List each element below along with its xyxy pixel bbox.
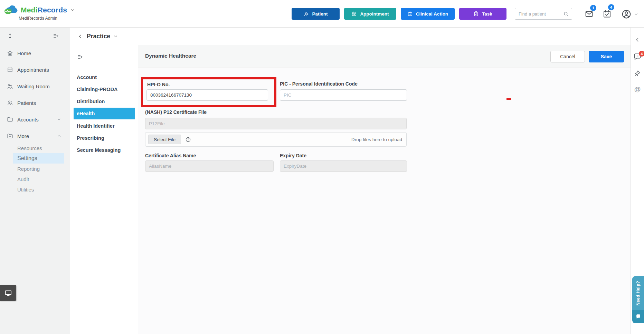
p12-label: (NASH) P12 Certificate File bbox=[145, 109, 207, 115]
alias-input bbox=[145, 160, 274, 172]
sidebar-item-utilities[interactable]: Utilities bbox=[17, 187, 66, 193]
content-header: Dynamic Healthcare Cancel Save bbox=[138, 45, 631, 68]
sidebar-item-accounts[interactable]: Accounts bbox=[7, 115, 66, 124]
info-icon[interactable] bbox=[185, 137, 191, 143]
need-help-label-section: Need Help? bbox=[632, 276, 644, 310]
annotation-red-dash bbox=[506, 98, 511, 100]
folder-plus-icon bbox=[7, 133, 13, 139]
chat-badge: 4 bbox=[639, 51, 644, 57]
pic-label: PIC - Personal Identification Code bbox=[280, 81, 358, 87]
sidebar-item-patients[interactable]: Patients bbox=[7, 98, 66, 107]
cancel-button[interactable]: Cancel bbox=[550, 51, 585, 62]
patients-icon bbox=[7, 100, 13, 106]
back-chevron-icon[interactable] bbox=[77, 33, 83, 39]
settings-nav-ehealth[interactable]: eHealth bbox=[74, 108, 135, 119]
expiry-input bbox=[280, 160, 407, 172]
app-window: MediRecords MediRecords Admin Patient Ap… bbox=[0, 0, 644, 334]
content-panel: Dynamic Healthcare Cancel Save HPI-O No.… bbox=[138, 45, 631, 334]
breadcrumb-chevron-down-icon[interactable] bbox=[113, 34, 118, 39]
mail-badge: 1 bbox=[590, 5, 596, 11]
resize-updown-icon[interactable] bbox=[7, 32, 13, 40]
settings-nav-claiming-proda[interactable]: Claiming-PRODA bbox=[77, 87, 132, 92]
settings-nav-secure-messaging[interactable]: Secure Messaging bbox=[77, 147, 132, 153]
brand-name: MediRecords bbox=[21, 6, 67, 14]
breadcrumb-title[interactable]: Practice bbox=[87, 33, 110, 40]
clipboard-check-icon bbox=[473, 11, 479, 17]
help-chat-bubble-icon bbox=[635, 314, 641, 320]
search-icon[interactable] bbox=[563, 11, 569, 17]
rail-collapse-chevron-icon[interactable] bbox=[635, 37, 641, 43]
calendar-icon bbox=[7, 67, 13, 73]
chevron-down-icon bbox=[57, 117, 61, 122]
tasks-badge: 4 bbox=[608, 4, 614, 10]
settings-nav-collapse-icon[interactable] bbox=[77, 54, 83, 60]
sidebar-item-home[interactable]: Home bbox=[7, 49, 66, 58]
accessibility-widget[interactable] bbox=[0, 285, 16, 301]
pin-icon[interactable] bbox=[634, 70, 641, 77]
tasks-tray-icon[interactable] bbox=[602, 9, 612, 19]
chevron-up-icon bbox=[57, 134, 61, 138]
file-dropzone[interactable]: Select File Drop files here to upload bbox=[145, 132, 407, 147]
settings-nav-account[interactable]: Account bbox=[77, 75, 132, 80]
medirecords-logo-icon bbox=[4, 5, 18, 15]
sidebar-item-audit[interactable]: Audit bbox=[17, 176, 66, 182]
drop-files-text: Drop files here to upload bbox=[351, 137, 402, 142]
person-plus-icon bbox=[303, 11, 309, 17]
settings-nav-health-identifier[interactable]: Health Identifier bbox=[77, 123, 132, 129]
hpio-label: HPI-O No. bbox=[147, 82, 170, 87]
clinical-action-button[interactable]: Clinical Action bbox=[401, 8, 455, 20]
appointment-button[interactable]: Appointment bbox=[344, 8, 396, 20]
at-mentions-icon[interactable]: @ bbox=[634, 86, 641, 93]
account-menu-icon[interactable] bbox=[621, 9, 632, 19]
hpio-input[interactable] bbox=[146, 89, 268, 101]
monitor-icon bbox=[4, 289, 12, 297]
search-input[interactable] bbox=[515, 11, 563, 17]
sidebar-item-settings[interactable]: Settings bbox=[13, 153, 64, 164]
settings-nav-distribution[interactable]: Distribution bbox=[77, 99, 132, 104]
select-file-button[interactable]: Select File bbox=[148, 135, 181, 144]
settings-nav-prescribing[interactable]: Prescribing bbox=[77, 135, 132, 141]
page-title: Dynamic Healthcare bbox=[145, 53, 196, 59]
patient-button[interactable]: Patient bbox=[292, 8, 340, 20]
save-button[interactable]: Save bbox=[589, 51, 624, 62]
breadcrumb: Practice bbox=[70, 28, 631, 45]
sidebar-item-reporting[interactable]: Reporting bbox=[17, 166, 66, 172]
sidebar-item-more[interactable]: More bbox=[7, 131, 66, 140]
sidebar-item-waiting-room[interactable]: Waiting Room bbox=[7, 82, 66, 91]
settings-nav: Account Claiming-PRODA Distribution eHea… bbox=[70, 45, 138, 334]
brand[interactable]: MediRecords MediRecords Admin bbox=[4, 5, 80, 21]
need-help-tab[interactable]: Need Help? bbox=[632, 276, 644, 323]
home-icon bbox=[7, 50, 13, 56]
expiry-label: Expiry Date bbox=[280, 153, 306, 158]
sidebar-collapse-icon[interactable] bbox=[53, 33, 59, 39]
brand-chevron-down-icon[interactable] bbox=[70, 7, 75, 13]
need-help-chat-section bbox=[632, 310, 644, 323]
p12-input bbox=[145, 118, 407, 129]
task-button[interactable]: Task bbox=[459, 8, 506, 20]
top-header: MediRecords MediRecords Admin Patient Ap… bbox=[0, 0, 644, 28]
sidebar-item-resources[interactable]: Resources bbox=[17, 145, 66, 151]
sidebar-item-appointments[interactable]: Appointments bbox=[7, 65, 66, 74]
annotation-red-rectangle: HPI-O No. bbox=[141, 77, 276, 107]
patient-search bbox=[515, 8, 572, 20]
pic-input[interactable] bbox=[280, 89, 407, 101]
folder-icon bbox=[7, 116, 13, 122]
account-chevron-down-icon[interactable] bbox=[634, 12, 638, 17]
calendar-plus-icon bbox=[351, 11, 357, 17]
medical-bag-plus-icon bbox=[407, 11, 413, 17]
brand-subtitle: MediRecords Admin bbox=[19, 16, 80, 21]
alias-label: Certificate Alias Name bbox=[145, 153, 196, 158]
waiting-room-icon bbox=[7, 83, 13, 89]
